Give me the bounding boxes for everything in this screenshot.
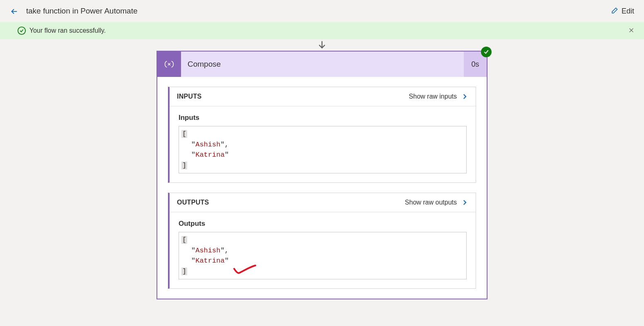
close-icon[interactable] bbox=[628, 27, 636, 35]
outputs-body-label: Outputs bbox=[179, 220, 467, 228]
inputs-code[interactable]: [ "Ashish", "Katrina" ] bbox=[179, 126, 467, 173]
card-title: Compose bbox=[181, 60, 464, 69]
success-message: Your flow ran successfully. bbox=[29, 27, 106, 34]
inputs-body: Inputs [ "Ashish", "Katrina" ] bbox=[170, 106, 476, 182]
chevron-right-icon bbox=[461, 93, 468, 100]
show-raw-inputs-link[interactable]: Show raw inputs bbox=[409, 93, 468, 100]
outputs-section-head: OUTPUTS Show raw outputs bbox=[170, 193, 476, 212]
outputs-label: OUTPUTS bbox=[177, 199, 209, 206]
outputs-code[interactable]: [ "Ashish", "Katrina" ] bbox=[179, 232, 467, 279]
outputs-value-0: Ashish bbox=[195, 247, 220, 254]
inputs-label: INPUTS bbox=[177, 93, 201, 100]
show-raw-outputs-text: Show raw outputs bbox=[405, 199, 457, 206]
inputs-section-head: INPUTS Show raw inputs bbox=[170, 87, 476, 106]
outputs-body: Outputs [ "Ashish", "Katrina" ] bbox=[170, 212, 476, 288]
flow-title: take function in Power Automate bbox=[26, 7, 138, 16]
inputs-value-1: Katrina bbox=[195, 151, 224, 159]
chevron-right-icon bbox=[461, 199, 468, 206]
success-banner: Your flow ran successfully. bbox=[0, 22, 644, 39]
show-raw-inputs-text: Show raw inputs bbox=[409, 93, 457, 100]
inputs-value-0: Ashish bbox=[195, 141, 220, 148]
compose-icon bbox=[157, 52, 181, 77]
edit-button[interactable]: Edit bbox=[610, 7, 634, 16]
top-bar: take function in Power Automate Edit bbox=[0, 0, 644, 22]
show-raw-outputs-link[interactable]: Show raw outputs bbox=[405, 199, 468, 206]
inputs-section: INPUTS Show raw inputs Inputs [ "Ashish"… bbox=[168, 87, 476, 183]
outputs-value-1: Katrina bbox=[195, 257, 224, 265]
flow-canvas: Compose 0s INPUTS Show raw inputs Inputs… bbox=[0, 39, 644, 299]
status-success-badge bbox=[481, 47, 492, 57]
top-bar-left: take function in Power Automate bbox=[10, 7, 138, 16]
inputs-body-label: Inputs bbox=[179, 114, 467, 122]
success-check-icon bbox=[17, 26, 26, 35]
action-card-compose[interactable]: Compose 0s INPUTS Show raw inputs Inputs… bbox=[157, 51, 487, 299]
back-arrow-icon[interactable] bbox=[10, 7, 18, 15]
outputs-section: OUTPUTS Show raw outputs Outputs [ "Ashi… bbox=[168, 193, 476, 289]
connector-arrow-icon bbox=[0, 39, 644, 51]
edit-label: Edit bbox=[622, 7, 634, 16]
card-header[interactable]: Compose 0s bbox=[157, 52, 487, 77]
svg-point-0 bbox=[18, 27, 25, 34]
